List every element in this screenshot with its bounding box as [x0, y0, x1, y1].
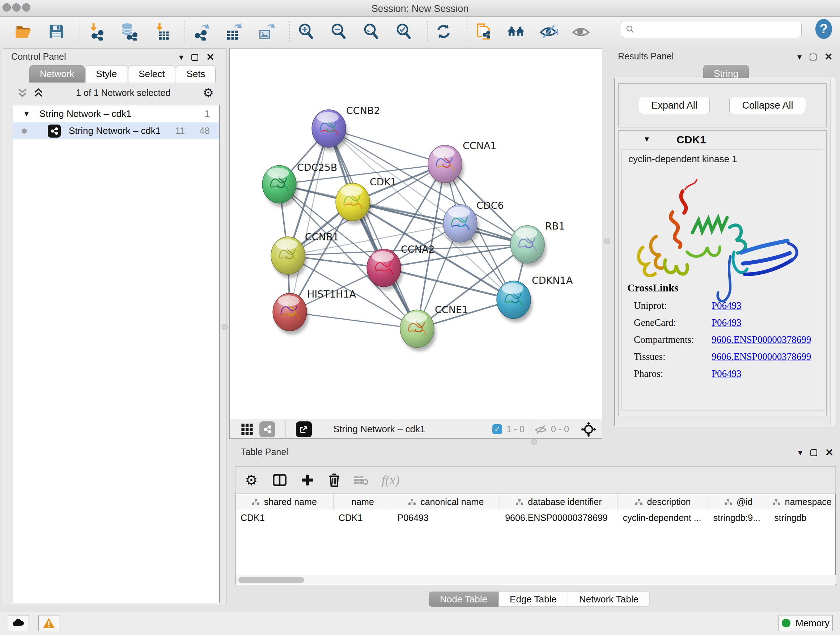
- search-box[interactable]: [621, 21, 802, 38]
- panel-close-icon[interactable]: ✕: [825, 448, 834, 458]
- tab-edge-table[interactable]: Edge Table: [499, 592, 568, 607]
- cell-database-identifier[interactable]: 9606.ENSP00000378699: [500, 510, 618, 525]
- export-table-icon[interactable]: [224, 21, 243, 42]
- network-options-gear-icon[interactable]: ⚙: [203, 86, 214, 100]
- crosslink-link[interactable]: P06493: [712, 300, 742, 311]
- cell-name[interactable]: CDK1: [333, 510, 393, 525]
- bottom-splitter-handle[interactable]: [531, 439, 537, 445]
- crosslink-link[interactable]: 9606.ENSP00000378699: [712, 351, 811, 363]
- column-header-description[interactable]: description: [618, 494, 708, 510]
- network-node-CCNB2[interactable]: [312, 110, 347, 151]
- network-node-RB1[interactable]: [510, 226, 546, 267]
- window-titlebar[interactable]: Session: New Session: [0, 0, 840, 17]
- crosslink-link[interactable]: 9606.ENSP00000378699: [712, 334, 811, 345]
- save-session-icon[interactable]: [47, 21, 66, 42]
- gene-expanded-icon[interactable]: ▼: [643, 135, 651, 143]
- first-neighbors-icon[interactable]: [507, 21, 525, 42]
- network-node-CDK1[interactable]: [336, 183, 371, 225]
- import-network-from-database-icon[interactable]: [119, 21, 138, 42]
- collection-expanded-icon[interactable]: ▼: [23, 110, 30, 118]
- column-header-shared-name[interactable]: shared name: [235, 494, 333, 510]
- column-header-namespace[interactable]: namespace: [769, 494, 835, 510]
- delete-column-trash-icon[interactable]: [327, 473, 341, 487]
- zoom-out-icon[interactable]: [329, 21, 348, 42]
- network-share-view-icon[interactable]: [259, 421, 275, 437]
- network-node-HIST1H1A[interactable]: [273, 293, 309, 334]
- panel-close-icon[interactable]: ✕: [206, 52, 215, 62]
- tab-node-table[interactable]: Node Table: [429, 592, 499, 607]
- cell--id[interactable]: stringdb:9...: [708, 510, 769, 525]
- network-node-CCNA1[interactable]: [428, 145, 464, 187]
- column-header-canonical-name[interactable]: canonical name: [392, 494, 500, 510]
- export-image-icon[interactable]: [257, 21, 276, 42]
- table-row[interactable]: CDK1CDK1P064939606.ENSP00000378699cyclin…: [235, 510, 835, 525]
- network-edge-HIST1H1A-CCNE1[interactable]: [290, 312, 417, 329]
- network-list[interactable]: ▼ String Network – cdk1 1 String Network…: [13, 105, 219, 603]
- column-header-database-identifier[interactable]: database identifier: [500, 494, 618, 510]
- zoom-selected-icon[interactable]: [394, 21, 413, 42]
- network-edge-CCNB2-HIST1H1A[interactable]: [290, 128, 329, 312]
- open-in-new-window-icon[interactable]: [296, 421, 312, 437]
- panel-menu-icon[interactable]: ▾: [797, 52, 802, 62]
- import-table-icon[interactable]: [152, 21, 171, 42]
- clone-network-icon[interactable]: [474, 21, 493, 42]
- table-options-gear-icon[interactable]: ⚙: [245, 472, 258, 488]
- table-hscrollbar-thumb[interactable]: [238, 577, 304, 583]
- left-splitter-handle[interactable]: [222, 324, 228, 330]
- network-canvas[interactable]: CCNB2CCNA1CDC25BCDK1CDC6RB1CCNB1CCNA2CDK…: [230, 49, 602, 420]
- expand-all-button[interactable]: Expand All: [639, 97, 710, 114]
- help-button[interactable]: ?: [814, 17, 834, 41]
- cell-namespace[interactable]: stringdb: [769, 510, 835, 525]
- collapse-all-networks-icon[interactable]: [17, 87, 28, 99]
- export-network-icon[interactable]: [192, 21, 210, 42]
- network-node-CDC25B[interactable]: [262, 165, 298, 207]
- create-column-plus-icon[interactable]: [301, 473, 314, 487]
- crosslink-link[interactable]: P06493: [712, 368, 742, 379]
- tab-sets[interactable]: Sets: [176, 65, 216, 82]
- zoom-in-icon[interactable]: [297, 21, 316, 42]
- crosslink-link[interactable]: P06493: [712, 317, 742, 328]
- panel-close-icon[interactable]: ✕: [824, 52, 833, 62]
- collapse-all-button[interactable]: Collapse All: [729, 97, 806, 114]
- panel-float-icon[interactable]: [810, 54, 816, 60]
- tab-select[interactable]: Select: [128, 65, 175, 82]
- tab-network-table[interactable]: Network Table: [568, 592, 650, 607]
- import-network-icon[interactable]: [87, 21, 106, 42]
- network-node-CDKN1A[interactable]: [497, 281, 532, 322]
- node-table[interactable]: shared namenamecanonical namedatabase id…: [235, 494, 836, 585]
- network-collection-row[interactable]: ▼ String Network – cdk1 1: [13, 105, 219, 122]
- zoom-fit-icon[interactable]: [362, 21, 381, 42]
- cloud-status-button[interactable]: [8, 615, 29, 631]
- column-header--id[interactable]: @id: [708, 494, 769, 510]
- network-node-CCNB1[interactable]: [271, 237, 307, 278]
- right-splitter-handle[interactable]: [604, 238, 610, 244]
- svg-text:?: ?: [820, 21, 828, 36]
- panel-float-icon[interactable]: [810, 449, 817, 456]
- cell-description[interactable]: cyclin-dependent ...: [618, 510, 708, 525]
- expand-all-networks-icon[interactable]: [33, 87, 44, 99]
- results-scrollbar[interactable]: [830, 78, 835, 425]
- hide-selected-eye-slash-icon[interactable]: [539, 21, 558, 42]
- tab-style[interactable]: Style: [85, 65, 127, 82]
- refresh-layout-icon[interactable]: [434, 21, 453, 42]
- network-node-CCNE1[interactable]: [400, 310, 436, 351]
- show-columns-icon[interactable]: [272, 473, 287, 487]
- cell-canonical-name[interactable]: P06493: [392, 510, 500, 525]
- birds-eye-view-icon[interactable]: [581, 422, 596, 437]
- cell-shared-name[interactable]: CDK1: [235, 510, 333, 525]
- memory-button[interactable]: Memory: [778, 615, 833, 631]
- panel-float-icon[interactable]: [191, 54, 198, 61]
- tab-network[interactable]: Network: [29, 65, 85, 82]
- panel-menu-icon[interactable]: ▾: [179, 52, 183, 62]
- table-hscrollbar[interactable]: [236, 575, 836, 584]
- show-all-eye-icon[interactable]: [572, 21, 591, 42]
- warning-status-button[interactable]: [38, 615, 59, 631]
- search-input[interactable]: [638, 24, 797, 35]
- network-row[interactable]: String Network – cdk1 11 48: [13, 122, 219, 139]
- panel-menu-icon[interactable]: ▾: [798, 448, 802, 458]
- open-session-icon[interactable]: [14, 21, 33, 42]
- selected-checkbox-icon[interactable]: ✓: [493, 424, 502, 434]
- network-node-CCNA2[interactable]: [367, 249, 403, 290]
- column-header-name[interactable]: name: [333, 494, 393, 510]
- grid-view-icon[interactable]: [240, 423, 254, 436]
